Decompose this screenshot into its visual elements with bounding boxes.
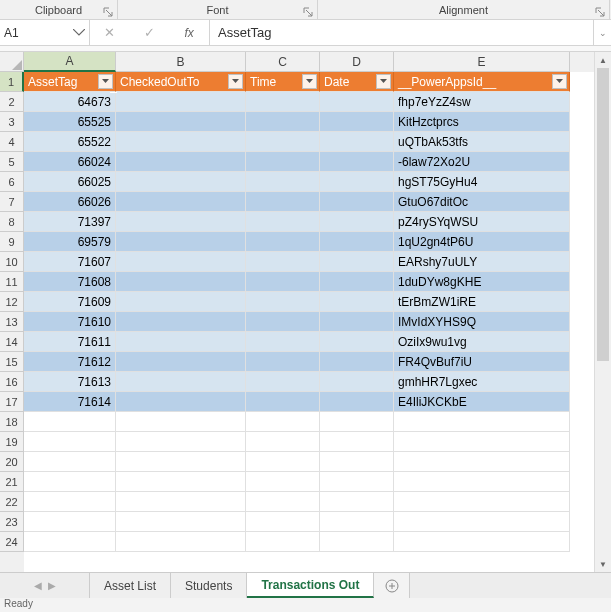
row-header[interactable]: 8 [0, 212, 24, 232]
cell[interactable] [116, 452, 246, 472]
formula-expand[interactable]: ⌄ [593, 20, 611, 45]
cell[interactable] [246, 472, 320, 492]
cell[interactable] [116, 412, 246, 432]
col-header-A[interactable]: A [24, 52, 116, 72]
cell[interactable] [394, 412, 570, 432]
cell[interactable] [394, 532, 570, 552]
cell[interactable] [394, 472, 570, 492]
row-header[interactable]: 14 [0, 332, 24, 352]
filter-dropdown-button[interactable] [228, 74, 243, 89]
cell[interactable] [116, 372, 246, 392]
row-header[interactable]: 15 [0, 352, 24, 372]
cell[interactable] [116, 252, 246, 272]
cancel-formula-icon[interactable]: ✕ [100, 25, 120, 40]
table-row[interactable] [24, 432, 611, 452]
cell[interactable]: E4IliJKCKbE [394, 392, 570, 412]
table-row[interactable]: 71614E4IliJKCKbE [24, 392, 611, 412]
cell[interactable]: AssetTag [24, 72, 116, 92]
cell[interactable] [320, 492, 394, 512]
cell[interactable]: __PowerAppsId__ [394, 72, 570, 92]
cell[interactable]: CheckedOutTo [116, 72, 246, 92]
cell[interactable] [320, 352, 394, 372]
cell[interactable]: IMvIdXYHS9Q [394, 312, 570, 332]
col-header-C[interactable]: C [246, 52, 320, 72]
sheet-tab[interactable]: Transactions Out [247, 573, 374, 598]
cell[interactable] [24, 412, 116, 432]
row-header[interactable]: 11 [0, 272, 24, 292]
cell[interactable]: 69579 [24, 232, 116, 252]
table-row[interactable] [24, 412, 611, 432]
cell[interactable]: tErBmZW1iRE [394, 292, 570, 312]
row-header[interactable]: 5 [0, 152, 24, 172]
cell[interactable] [116, 432, 246, 452]
row-header[interactable]: 10 [0, 252, 24, 272]
sheet-tab[interactable]: Asset List [90, 573, 171, 598]
cell[interactable] [320, 332, 394, 352]
cell[interactable] [320, 532, 394, 552]
filter-dropdown-button[interactable] [98, 74, 113, 89]
cell[interactable] [246, 352, 320, 372]
name-box-input[interactable] [4, 26, 73, 40]
cell[interactable]: 66024 [24, 152, 116, 172]
cell[interactable] [116, 392, 246, 412]
cell[interactable] [116, 232, 246, 252]
cell[interactable] [320, 432, 394, 452]
cell[interactable]: 64673 [24, 92, 116, 112]
cell[interactable]: 71609 [24, 292, 116, 312]
row-header[interactable]: 6 [0, 172, 24, 192]
cell[interactable]: uQTbAk53tfs [394, 132, 570, 152]
row-header[interactable]: 16 [0, 372, 24, 392]
cell[interactable]: 71613 [24, 372, 116, 392]
cell[interactable] [320, 292, 394, 312]
cell[interactable]: Time [246, 72, 320, 92]
table-row[interactable]: AssetTagCheckedOutToTimeDate__PowerAppsI… [24, 72, 611, 92]
row-header[interactable]: 1 [0, 72, 24, 92]
row-header[interactable]: 12 [0, 292, 24, 312]
row-header[interactable]: 20 [0, 452, 24, 472]
fx-icon[interactable]: fx [179, 26, 199, 40]
scroll-thumb[interactable] [597, 68, 609, 361]
cell[interactable] [394, 452, 570, 472]
table-row[interactable]: 71397pZ4rySYqWSU [24, 212, 611, 232]
row-header[interactable]: 2 [0, 92, 24, 112]
cells-area[interactable]: AssetTagCheckedOutToTimeDate__PowerAppsI… [24, 72, 611, 572]
cell[interactable] [246, 212, 320, 232]
cell[interactable] [320, 272, 394, 292]
cell[interactable] [116, 312, 246, 332]
row-header[interactable]: 4 [0, 132, 24, 152]
cell[interactable]: 71610 [24, 312, 116, 332]
cell[interactable] [320, 472, 394, 492]
cell[interactable] [246, 292, 320, 312]
cell[interactable] [246, 512, 320, 532]
cell[interactable] [116, 192, 246, 212]
cell[interactable] [320, 192, 394, 212]
cell[interactable] [320, 172, 394, 192]
cell[interactable] [320, 232, 394, 252]
row-header[interactable]: 7 [0, 192, 24, 212]
table-row[interactable]: 71612FR4QvBuf7iU [24, 352, 611, 372]
cell[interactable] [320, 372, 394, 392]
cell[interactable] [320, 252, 394, 272]
cell[interactable]: 66025 [24, 172, 116, 192]
select-all-corner[interactable] [0, 52, 24, 72]
cell[interactable]: EARshy7uULY [394, 252, 570, 272]
cell[interactable] [394, 432, 570, 452]
cell[interactable] [246, 492, 320, 512]
table-row[interactable]: 71609tErBmZW1iRE [24, 292, 611, 312]
vertical-scrollbar[interactable]: ▲ ▼ [594, 52, 611, 572]
row-header[interactable]: 21 [0, 472, 24, 492]
cell[interactable] [246, 392, 320, 412]
col-header-B[interactable]: B [116, 52, 246, 72]
cell[interactable] [24, 472, 116, 492]
row-header[interactable]: 3 [0, 112, 24, 132]
cell[interactable] [116, 532, 246, 552]
nav-prev-icon[interactable]: ◀ [34, 580, 42, 591]
cell[interactable]: 1duDYw8gKHE [394, 272, 570, 292]
accept-formula-icon[interactable]: ✓ [139, 25, 159, 40]
cell[interactable] [116, 292, 246, 312]
cell[interactable] [116, 512, 246, 532]
cell[interactable]: 71607 [24, 252, 116, 272]
cell[interactable] [24, 432, 116, 452]
row-header[interactable]: 19 [0, 432, 24, 452]
cell[interactable] [246, 332, 320, 352]
